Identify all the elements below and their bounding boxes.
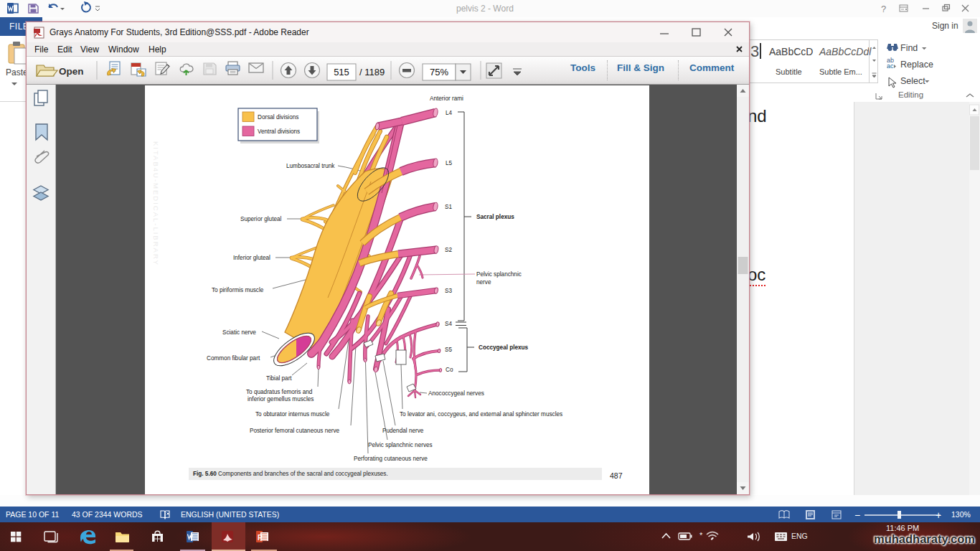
svg-text:Superior gluteal: Superior gluteal	[240, 216, 282, 222]
svg-text:Pelvic splanchnic: Pelvic splanchnic	[476, 271, 522, 278]
svg-text:ENG: ENG	[791, 532, 808, 540]
svg-text:Common fibular part: Common fibular part	[207, 355, 260, 362]
svg-text:To quadratus femoris and: To quadratus femoris and	[246, 389, 313, 395]
svg-text:KITAB4U-MEDICAL-LIBRARY: KITAB4U-MEDICAL-LIBRARY	[152, 141, 160, 266]
svg-text:L5: L5	[446, 160, 453, 166]
svg-text:Co: Co	[446, 367, 453, 373]
svg-text:S2: S2	[445, 247, 452, 253]
svg-text:Coccygeal plexus: Coccygeal plexus	[479, 344, 529, 351]
svg-text:Ventral divisions: Ventral divisions	[258, 128, 300, 135]
svg-text:To levator ani, coccygeus, and: To levator ani, coccygeus, and external …	[400, 411, 562, 418]
svg-text:P: P	[258, 534, 263, 542]
svg-text:Sacral plexus: Sacral plexus	[476, 214, 514, 220]
svg-text:Perforating cutaneous nerve: Perforating cutaneous nerve	[354, 456, 428, 462]
svg-text:Lumbosacral trunk: Lumbosacral trunk	[286, 163, 335, 169]
svg-text:Dorsal divisions: Dorsal divisions	[258, 114, 298, 121]
svg-text:Tibial part: Tibial part	[266, 375, 292, 382]
svg-text:To piriformis muscle: To piriformis muscle	[212, 287, 264, 293]
svg-text:75%: 75%	[430, 67, 448, 77]
svg-text:Anterior rami: Anterior rami	[430, 95, 463, 102]
svg-text:S4: S4	[445, 321, 452, 327]
svg-text:Sciatic nerve: Sciatic nerve	[222, 329, 256, 336]
svg-text:S1: S1	[445, 204, 452, 210]
svg-text:Posterior femoral cutaneous ne: Posterior femoral cutaneous nerve	[250, 428, 340, 434]
svg-text:Anococcygeal nerves: Anococcygeal nerves	[428, 390, 484, 397]
svg-text:*: *	[699, 531, 703, 540]
svg-text:?: ?	[881, 4, 886, 14]
svg-text:Open: Open	[59, 66, 84, 77]
svg-text:Replace: Replace	[900, 60, 933, 70]
svg-text:ac: ac	[887, 62, 894, 70]
svg-text:S5: S5	[445, 347, 452, 353]
svg-text:L4: L4	[446, 110, 453, 116]
svg-text:Pelvic splanchnic nerves: Pelvic splanchnic nerves	[368, 442, 433, 448]
svg-text:Find: Find	[900, 43, 918, 53]
svg-text:Inferior gluteal: Inferior gluteal	[233, 255, 270, 261]
svg-text:To obturator internus muscle: To obturator internus muscle	[255, 411, 330, 418]
svg-text:515: 515	[334, 67, 349, 77]
svg-text:S3: S3	[445, 288, 452, 294]
svg-text:Fig. 5.60 Components and bran: Fig. 5.60 Components and branches of the…	[193, 471, 388, 477]
svg-text:Paste: Paste	[6, 67, 28, 77]
svg-text:inferior gemellus muscles: inferior gemellus muscles	[248, 396, 314, 402]
svg-text:/ 1189: / 1189	[359, 67, 385, 77]
svg-text:nerve: nerve	[476, 279, 491, 286]
svg-text:Pudendal nerve: Pudendal nerve	[382, 428, 424, 434]
svg-text:Select: Select	[900, 76, 925, 86]
svg-text:487: 487	[610, 471, 623, 480]
